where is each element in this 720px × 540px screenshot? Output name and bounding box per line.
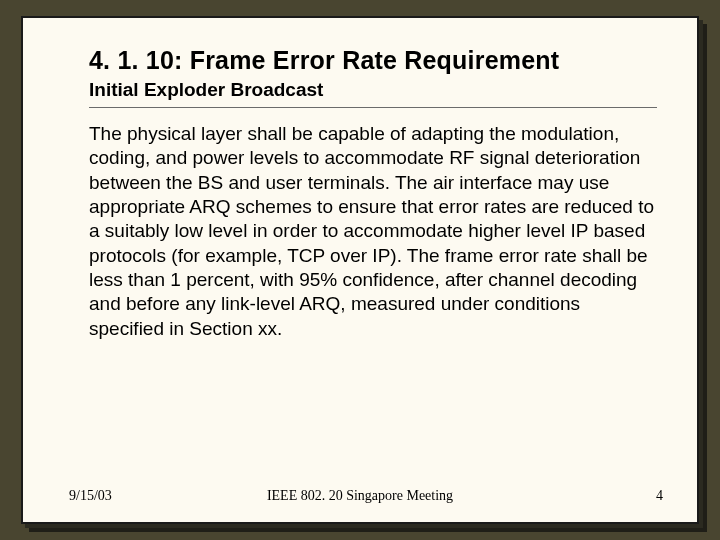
- slide: 4. 1. 10: Frame Error Rate Requirement I…: [21, 16, 699, 524]
- footer-center: IEEE 802. 20 Singapore Meeting: [267, 488, 453, 504]
- footer-page: 4: [656, 488, 663, 504]
- divider: [89, 107, 657, 108]
- slide-body: The physical layer shall be capable of a…: [89, 122, 657, 476]
- footer-date: 9/15/03: [69, 488, 112, 504]
- slide-title: 4. 1. 10: Frame Error Rate Requirement: [89, 46, 657, 75]
- slide-subtitle: Initial Exploder Broadcast: [89, 79, 657, 101]
- footer: 9/15/03 IEEE 802. 20 Singapore Meeting 4: [69, 476, 657, 504]
